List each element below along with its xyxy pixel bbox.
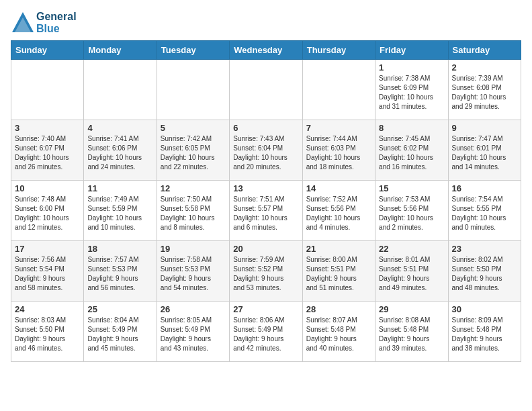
cell-text: Sunrise: 7:51 AM Sunset: 5:57 PM Dayligh… — [233, 195, 298, 232]
cell-text: Sunrise: 8:02 AM Sunset: 5:50 PM Dayligh… — [452, 255, 517, 293]
day-number: 2 — [452, 62, 517, 73]
calendar-cell — [230, 60, 302, 120]
day-number: 9 — [452, 123, 517, 133]
calendar-week-row: 24Sunrise: 8:03 AM Sunset: 5:50 PM Dayli… — [11, 302, 521, 362]
day-number: 20 — [233, 244, 298, 254]
cell-text: Sunrise: 7:47 AM Sunset: 6:01 PM Dayligh… — [452, 134, 517, 172]
cell-text: Sunrise: 8:04 AM Sunset: 5:49 PM Dayligh… — [87, 316, 152, 353]
calendar-cell: 14Sunrise: 7:52 AM Sunset: 5:56 PM Dayli… — [302, 181, 375, 241]
cell-text: Sunrise: 7:41 AM Sunset: 6:06 PM Dayligh… — [87, 134, 152, 172]
day-number: 7 — [306, 123, 371, 133]
calendar-cell: 28Sunrise: 8:07 AM Sunset: 5:48 PM Dayli… — [302, 302, 375, 362]
cell-text: Sunrise: 7:38 AM Sunset: 6:09 PM Dayligh… — [379, 74, 444, 111]
day-number: 3 — [15, 123, 80, 133]
day-number: 27 — [233, 304, 298, 314]
day-number: 15 — [379, 183, 444, 193]
day-number: 22 — [379, 244, 444, 254]
cell-text: Sunrise: 8:00 AM Sunset: 5:51 PM Dayligh… — [306, 255, 371, 293]
cell-text: Sunrise: 7:56 AM Sunset: 5:54 PM Dayligh… — [15, 255, 80, 293]
calendar-week-row: 17Sunrise: 7:56 AM Sunset: 5:54 PM Dayli… — [11, 241, 521, 302]
cell-text: Sunrise: 7:42 AM Sunset: 6:05 PM Dayligh… — [161, 134, 226, 172]
cell-text: Sunrise: 8:09 AM Sunset: 5:48 PM Dayligh… — [452, 316, 517, 353]
weekday-header-cell: Sunday — [11, 41, 84, 60]
day-number: 19 — [161, 244, 226, 254]
calendar-cell: 23Sunrise: 8:02 AM Sunset: 5:50 PM Dayli… — [448, 241, 521, 302]
day-number: 26 — [161, 304, 226, 314]
calendar-cell: 26Sunrise: 8:05 AM Sunset: 5:49 PM Dayli… — [157, 302, 229, 362]
day-number: 10 — [15, 183, 80, 193]
weekday-header-cell: Wednesday — [230, 41, 302, 60]
day-number: 24 — [15, 304, 80, 314]
page-header: General Blue — [11, 11, 521, 35]
cell-text: Sunrise: 7:54 AM Sunset: 5:55 PM Dayligh… — [452, 195, 517, 232]
calendar-week-row: 1Sunrise: 7:38 AM Sunset: 6:09 PM Daylig… — [11, 60, 521, 120]
weekday-header-cell: Saturday — [448, 41, 521, 60]
day-number: 25 — [87, 304, 152, 314]
calendar-cell — [11, 60, 84, 120]
day-number: 29 — [379, 304, 444, 314]
day-number: 28 — [306, 304, 371, 314]
calendar-cell: 5Sunrise: 7:42 AM Sunset: 6:05 PM Daylig… — [157, 120, 229, 181]
calendar-cell: 10Sunrise: 7:48 AM Sunset: 6:00 PM Dayli… — [11, 181, 84, 241]
weekday-header-cell: Thursday — [302, 41, 375, 60]
cell-text: Sunrise: 7:48 AM Sunset: 6:00 PM Dayligh… — [15, 195, 80, 232]
calendar-cell: 16Sunrise: 7:54 AM Sunset: 5:55 PM Dayli… — [448, 181, 521, 241]
logo: General Blue — [11, 11, 77, 35]
calendar-cell: 22Sunrise: 8:01 AM Sunset: 5:51 PM Dayli… — [375, 241, 448, 302]
day-number: 14 — [306, 183, 371, 193]
calendar-cell: 8Sunrise: 7:45 AM Sunset: 6:02 PM Daylig… — [375, 120, 448, 181]
cell-text: Sunrise: 8:05 AM Sunset: 5:49 PM Dayligh… — [161, 316, 226, 353]
calendar-cell: 15Sunrise: 7:53 AM Sunset: 5:56 PM Dayli… — [375, 181, 448, 241]
cell-text: Sunrise: 8:07 AM Sunset: 5:48 PM Dayligh… — [306, 316, 371, 353]
calendar-cell: 1Sunrise: 7:38 AM Sunset: 6:09 PM Daylig… — [375, 60, 448, 120]
calendar-cell: 6Sunrise: 7:43 AM Sunset: 6:04 PM Daylig… — [230, 120, 302, 181]
calendar-cell — [302, 60, 375, 120]
cell-text: Sunrise: 7:50 AM Sunset: 5:58 PM Dayligh… — [161, 195, 226, 232]
calendar-body: 1Sunrise: 7:38 AM Sunset: 6:09 PM Daylig… — [11, 60, 521, 362]
weekday-header-cell: Monday — [84, 41, 157, 60]
day-number: 1 — [379, 62, 444, 73]
calendar-cell: 18Sunrise: 7:57 AM Sunset: 5:53 PM Dayli… — [84, 241, 157, 302]
cell-text: Sunrise: 7:40 AM Sunset: 6:07 PM Dayligh… — [15, 134, 80, 172]
day-number: 12 — [161, 183, 226, 193]
calendar-cell: 7Sunrise: 7:44 AM Sunset: 6:03 PM Daylig… — [302, 120, 375, 181]
cell-text: Sunrise: 8:08 AM Sunset: 5:48 PM Dayligh… — [379, 316, 444, 353]
day-number: 17 — [15, 244, 80, 254]
cell-text: Sunrise: 7:39 AM Sunset: 6:08 PM Dayligh… — [452, 74, 517, 111]
calendar-cell: 21Sunrise: 8:00 AM Sunset: 5:51 PM Dayli… — [302, 241, 375, 302]
day-number: 11 — [87, 183, 152, 193]
day-number: 18 — [87, 244, 152, 254]
calendar-cell: 25Sunrise: 8:04 AM Sunset: 5:49 PM Dayli… — [84, 302, 157, 362]
calendar-cell: 30Sunrise: 8:09 AM Sunset: 5:48 PM Dayli… — [448, 302, 521, 362]
weekday-header-cell: Tuesday — [157, 41, 229, 60]
calendar-cell: 12Sunrise: 7:50 AM Sunset: 5:58 PM Dayli… — [157, 181, 229, 241]
cell-text: Sunrise: 8:03 AM Sunset: 5:50 PM Dayligh… — [15, 316, 80, 353]
cell-text: Sunrise: 7:44 AM Sunset: 6:03 PM Dayligh… — [306, 134, 371, 172]
calendar-cell: 11Sunrise: 7:49 AM Sunset: 5:59 PM Dayli… — [84, 181, 157, 241]
calendar-cell: 19Sunrise: 7:58 AM Sunset: 5:53 PM Dayli… — [157, 241, 229, 302]
calendar-week-row: 3Sunrise: 7:40 AM Sunset: 6:07 PM Daylig… — [11, 120, 521, 181]
weekday-header-row: SundayMondayTuesdayWednesdayThursdayFrid… — [11, 41, 521, 60]
cell-text: Sunrise: 7:58 AM Sunset: 5:53 PM Dayligh… — [161, 255, 226, 293]
day-number: 4 — [87, 123, 152, 133]
calendar-cell: 20Sunrise: 7:59 AM Sunset: 5:52 PM Dayli… — [230, 241, 302, 302]
calendar-week-row: 10Sunrise: 7:48 AM Sunset: 6:00 PM Dayli… — [11, 181, 521, 241]
calendar-cell: 9Sunrise: 7:47 AM Sunset: 6:01 PM Daylig… — [448, 120, 521, 181]
calendar-cell: 27Sunrise: 8:06 AM Sunset: 5:49 PM Dayli… — [230, 302, 302, 362]
calendar-cell: 17Sunrise: 7:56 AM Sunset: 5:54 PM Dayli… — [11, 241, 84, 302]
calendar-cell: 13Sunrise: 7:51 AM Sunset: 5:57 PM Dayli… — [230, 181, 302, 241]
cell-text: Sunrise: 7:52 AM Sunset: 5:56 PM Dayligh… — [306, 195, 371, 232]
cell-text: Sunrise: 7:59 AM Sunset: 5:52 PM Dayligh… — [233, 255, 298, 293]
weekday-header-cell: Friday — [375, 41, 448, 60]
calendar-cell: 24Sunrise: 8:03 AM Sunset: 5:50 PM Dayli… — [11, 302, 84, 362]
calendar-cell — [84, 60, 157, 120]
calendar-cell: 2Sunrise: 7:39 AM Sunset: 6:08 PM Daylig… — [448, 60, 521, 120]
day-number: 13 — [233, 183, 298, 193]
day-number: 16 — [452, 183, 517, 193]
calendar-cell — [157, 60, 229, 120]
day-number: 21 — [306, 244, 371, 254]
cell-text: Sunrise: 7:53 AM Sunset: 5:56 PM Dayligh… — [379, 195, 444, 232]
cell-text: Sunrise: 8:01 AM Sunset: 5:51 PM Dayligh… — [379, 255, 444, 293]
cell-text: Sunrise: 8:06 AM Sunset: 5:49 PM Dayligh… — [233, 316, 298, 353]
day-number: 5 — [161, 123, 226, 133]
